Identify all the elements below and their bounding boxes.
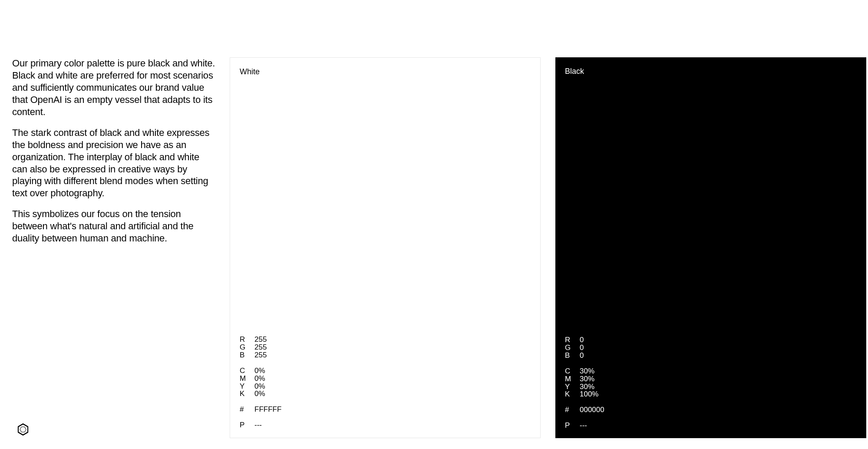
swatch-black-pantone-block: P--- (565, 422, 857, 429)
swatch-white-b: 255 (254, 351, 531, 359)
swatch-white: White R255 G255 B255 C0% M0% Y0% K0% #FF… (230, 57, 541, 438)
label-g: G (565, 344, 580, 352)
openai-logo-icon (12, 419, 34, 440)
label-p: P (240, 421, 254, 429)
swatch-black-r: 0 (580, 336, 857, 344)
swatch-white-g: 255 (254, 343, 531, 351)
swatch-black-rgb: R0 G0 B0 (565, 336, 857, 360)
swatch-white-m: 0% (254, 375, 531, 383)
label-c: C (565, 367, 580, 375)
label-b: B (565, 352, 580, 360)
label-k: K (565, 390, 580, 398)
swatch-white-pantone: --- (254, 421, 531, 429)
swatch-black-c: 30% (580, 367, 857, 375)
label-hash: # (565, 406, 580, 414)
swatch-white-rgb: R255 G255 B255 (240, 336, 531, 359)
label-y: Y (565, 383, 580, 391)
swatch-black-b: 0 (580, 352, 857, 360)
description-paragraph-1: Our primary color palette is pure black … (12, 57, 216, 118)
label-p: P (565, 422, 580, 429)
swatch-white-hex-block: #FFFFFF (240, 406, 531, 413)
page: Our primary color palette is pure black … (0, 0, 868, 449)
description-column: Our primary color palette is pure black … (12, 57, 216, 253)
label-r: R (565, 336, 580, 344)
swatch-white-cmyk: C0% M0% Y0% K0% (240, 367, 531, 398)
swatch-white-r: 255 (254, 336, 531, 343)
label-k: K (240, 390, 254, 398)
swatch-black-m: 30% (580, 375, 857, 383)
swatches-row: White R255 G255 B255 C0% M0% Y0% K0% #FF… (230, 57, 866, 438)
swatch-white-c: 0% (254, 367, 531, 375)
swatch-black: Black R0 G0 B0 C30% M30% Y30% K100% #000… (555, 57, 866, 438)
label-g: G (240, 343, 254, 351)
swatch-white-y: 0% (254, 383, 531, 390)
swatch-black-pantone: --- (580, 422, 857, 429)
swatch-black-hex-block: #000000 (565, 406, 857, 414)
label-r: R (240, 336, 254, 343)
description-paragraph-2: The stark contrast of black and white ex… (12, 127, 216, 200)
swatch-white-pantone-block: P--- (240, 421, 531, 429)
swatch-black-hex: 000000 (580, 406, 857, 414)
label-m: M (565, 375, 580, 383)
label-m: M (240, 375, 254, 383)
description-paragraph-3: This symbolizes our focus on the tension… (12, 208, 216, 244)
swatch-white-name: White (240, 67, 531, 76)
label-c: C (240, 367, 254, 375)
swatch-black-g: 0 (580, 344, 857, 352)
swatch-black-name: Black (565, 67, 857, 76)
swatch-black-y: 30% (580, 383, 857, 391)
label-hash: # (240, 406, 254, 413)
swatch-black-k: 100% (580, 390, 857, 398)
swatch-white-spec: R255 G255 B255 C0% M0% Y0% K0% #FFFFFF P… (240, 336, 531, 429)
swatch-white-k: 0% (254, 390, 531, 398)
swatch-black-cmyk: C30% M30% Y30% K100% (565, 367, 857, 398)
label-y: Y (240, 383, 254, 390)
swatch-black-spec: R0 G0 B0 C30% M30% Y30% K100% #000000 P-… (565, 336, 857, 429)
label-b: B (240, 351, 254, 359)
swatch-white-hex: FFFFFF (254, 406, 531, 413)
